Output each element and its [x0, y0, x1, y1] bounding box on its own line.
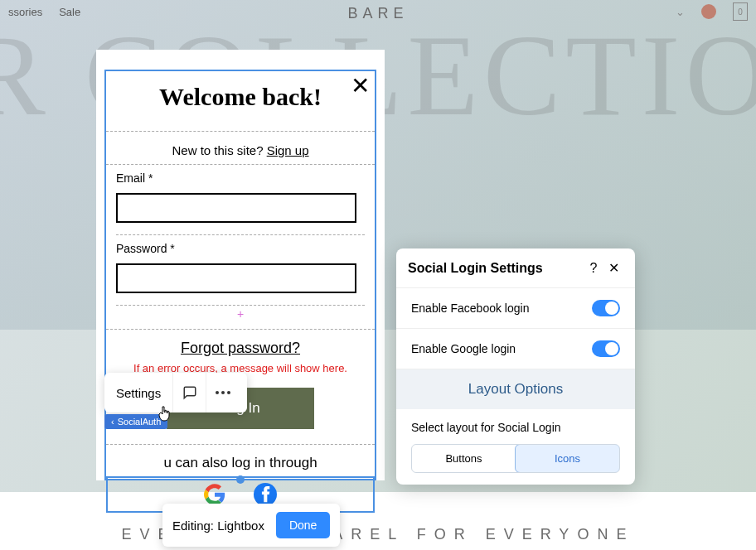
svg-point-1	[216, 391, 219, 394]
nav-link-accessories[interactable]: ssories	[8, 6, 42, 18]
layout-description: Select layout for Social Login	[411, 421, 620, 434]
layout-option-icons[interactable]: Icons	[515, 444, 620, 473]
password-label: Password *	[116, 242, 365, 255]
social-login-settings-panel: Social Login Settings ? ✕ Enable Faceboo…	[396, 248, 635, 485]
signup-prompt: New to this site? Sign up	[106, 131, 375, 165]
lightbox-title: Welcome back!	[106, 83, 375, 111]
more-icon[interactable]	[206, 373, 239, 412]
help-icon[interactable]: ?	[584, 261, 603, 276]
layout-options-header: Layout Options	[396, 369, 635, 409]
brand-logo: BARE	[347, 5, 408, 22]
shopping-bag-icon[interactable]: 0	[733, 2, 748, 21]
close-panel-icon[interactable]: ✕	[603, 260, 623, 276]
close-icon[interactable]: ✕	[351, 75, 370, 98]
panel-title: Social Login Settings	[408, 261, 584, 276]
svg-point-3	[227, 391, 230, 394]
done-button[interactable]: Done	[276, 512, 330, 538]
facebook-icon[interactable]	[254, 483, 277, 506]
footer-tagline: EVERYDAY APPAREL FOR EVERYONE	[0, 526, 756, 543]
social-login-heading: u can also log in through	[106, 455, 375, 471]
toggle-google-label: Enable Google login	[411, 342, 592, 355]
layout-segmented-control: Buttons Icons	[411, 444, 620, 473]
element-badge[interactable]: ‹ SocialAuth	[104, 414, 167, 429]
forgot-password-link[interactable]: Forgot password?	[106, 329, 375, 357]
add-element-icon[interactable]: +	[106, 307, 375, 321]
signup-link[interactable]: Sign up	[267, 143, 309, 157]
resize-handle[interactable]	[236, 475, 245, 484]
toggle-facebook[interactable]	[592, 300, 620, 316]
email-label: Email *	[116, 171, 365, 185]
comment-icon[interactable]	[172, 373, 206, 412]
email-field[interactable]	[116, 193, 356, 223]
chevron-down-icon[interactable]: ⌄	[676, 6, 685, 18]
toggle-fb-label: Enable Facebook login	[411, 302, 592, 315]
google-icon[interactable]	[204, 484, 225, 505]
element-toolbar: Settings	[104, 373, 247, 412]
nav-link-sale[interactable]: Sale	[59, 6, 80, 18]
avatar[interactable]	[701, 4, 716, 19]
layout-option-buttons[interactable]: Buttons	[412, 445, 516, 472]
settings-button[interactable]: Settings	[104, 386, 172, 400]
editing-label: Editing: Lightbox	[172, 519, 264, 533]
password-field[interactable]	[116, 263, 356, 293]
chevron-left-icon: ‹	[111, 417, 114, 427]
svg-point-2	[221, 391, 225, 394]
toggle-google[interactable]	[592, 340, 620, 357]
editing-mode-bar: Editing: Lightbox Done	[162, 504, 340, 547]
